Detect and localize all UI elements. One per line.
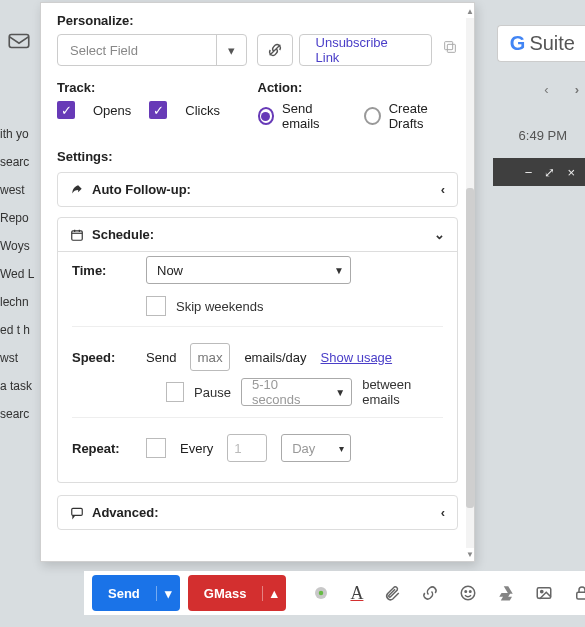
pause-label: Pause — [194, 385, 231, 400]
create-drafts-radio[interactable] — [364, 107, 381, 125]
pause-suffix: between emails — [362, 377, 443, 407]
advanced-accordion[interactable]: Advanced: ‹ — [57, 495, 458, 530]
speed-label: Speed: — [72, 350, 132, 365]
send-options-caret[interactable]: ▾ — [156, 586, 180, 601]
addon-envelope-icon[interactable] — [6, 28, 32, 54]
select-field-placeholder: Select Field — [70, 43, 138, 58]
close-icon[interactable]: × — [567, 165, 575, 180]
speed-send-text: Send — [146, 350, 176, 365]
repeat-count-input[interactable] — [227, 434, 267, 462]
drive-icon[interactable] — [497, 584, 515, 602]
unsubscribe-link-button[interactable]: Unsubscribe Link — [299, 34, 432, 66]
skip-weekends-label: Skip weekends — [176, 299, 263, 314]
advanced-label: Advanced: — [92, 505, 158, 520]
svg-rect-4 — [72, 230, 83, 239]
svg-rect-2 — [447, 44, 455, 52]
expand-icon[interactable]: ⤢ — [544, 165, 555, 180]
chevron-left-icon: ‹ — [441, 505, 445, 520]
chevron-down-icon: ▾ — [339, 443, 344, 454]
text-format-icon[interactable]: A — [350, 583, 363, 604]
send-emails-label: Send emails — [282, 101, 346, 131]
chevron-down-icon: ▼ — [334, 265, 344, 276]
clicks-label: Clicks — [185, 103, 220, 118]
svg-point-12 — [465, 591, 467, 593]
panel-scrollbar[interactable]: ▲ ▼ — [466, 7, 474, 559]
prev-arrow-icon[interactable]: ‹ — [544, 82, 548, 97]
copy-icon[interactable] — [442, 39, 458, 55]
compose-window-controls: − ⤢ × — [493, 158, 585, 186]
svg-point-11 — [462, 586, 476, 600]
compose-toolbar: Send ▾ GMass ▴ A — [84, 571, 585, 615]
schedule-body: Time: Now ▼ Skip weekends Speed: Send em… — [57, 242, 458, 483]
minimize-icon[interactable]: − — [525, 165, 533, 180]
svg-rect-16 — [577, 592, 585, 599]
action-label: Action: — [258, 80, 459, 95]
svg-rect-0 — [9, 35, 29, 48]
chat-icon — [70, 506, 84, 520]
speed-suffix: emails/day — [244, 350, 306, 365]
next-arrow-icon[interactable]: › — [575, 82, 579, 97]
schedule-label: Schedule: — [92, 227, 154, 242]
gmass-settings-panel: Personalize: Select Field ▾ Unsubscribe … — [40, 2, 475, 562]
gmass-options-caret[interactable]: ▴ — [262, 586, 286, 601]
image-icon[interactable] — [535, 584, 553, 602]
gsuite-badge: G Suite — [497, 25, 585, 62]
auto-followup-accordion[interactable]: Auto Follow-up: ‹ — [57, 172, 458, 207]
pager-arrows: ‹ › — [544, 82, 579, 97]
emoji-icon[interactable] — [459, 584, 477, 602]
svg-rect-14 — [538, 588, 552, 599]
gsuite-g: G — [510, 32, 526, 55]
repeat-every-text: Every — [180, 441, 213, 456]
reply-arrow-icon — [70, 183, 84, 197]
pause-checkbox[interactable] — [166, 382, 184, 402]
send-emails-radio[interactable] — [258, 107, 275, 125]
svg-point-13 — [470, 591, 472, 593]
svg-point-15 — [541, 590, 543, 592]
repeat-label: Repeat: — [72, 441, 132, 456]
settings-label: Settings: — [57, 149, 458, 164]
personalize-field-select[interactable]: Select Field ▾ — [57, 34, 247, 66]
attachment-icon[interactable] — [383, 584, 401, 602]
calendar-icon — [70, 228, 84, 242]
gmass-button[interactable]: GMass ▴ — [188, 575, 287, 611]
time-select[interactable]: Now ▼ — [146, 256, 351, 284]
chevron-down-icon: ▼ — [335, 387, 345, 398]
opens-label: Opens — [93, 103, 131, 118]
show-usage-link[interactable]: Show usage — [321, 350, 393, 365]
remove-link-button[interactable] — [257, 34, 293, 66]
svg-rect-3 — [445, 42, 453, 50]
lock-icon[interactable] — [573, 584, 585, 602]
personalize-label: Personalize: — [57, 13, 458, 28]
svg-point-10 — [319, 591, 324, 596]
chevron-left-icon: ‹ — [441, 182, 445, 197]
track-label: Track: — [57, 80, 258, 95]
pause-duration-select[interactable]: 5-10 seconds ▼ — [241, 378, 352, 406]
opens-checkbox[interactable]: ✓ — [57, 101, 75, 119]
skip-weekends-checkbox[interactable] — [146, 296, 166, 316]
clicks-checkbox[interactable]: ✓ — [149, 101, 167, 119]
auto-followup-label: Auto Follow-up: — [92, 182, 191, 197]
background-thread-list: ith yosearcwestRepoWoysWed Llechned t hw… — [0, 120, 45, 428]
svg-rect-8 — [72, 508, 83, 515]
repeat-unit-select[interactable]: Day ▾ — [281, 434, 351, 462]
create-drafts-label: Create Drafts — [389, 101, 458, 131]
repeat-checkbox[interactable] — [146, 438, 166, 458]
chevron-down-icon: ▾ — [216, 35, 246, 65]
chevron-down-icon: ⌄ — [434, 227, 445, 242]
format-color-icon[interactable] — [312, 584, 330, 602]
send-button[interactable]: Send ▾ — [92, 575, 180, 611]
time-label: Time: — [72, 263, 132, 278]
speed-input[interactable] — [190, 343, 230, 371]
message-time: 6:49 PM — [519, 128, 567, 143]
link-icon[interactable] — [421, 584, 439, 602]
